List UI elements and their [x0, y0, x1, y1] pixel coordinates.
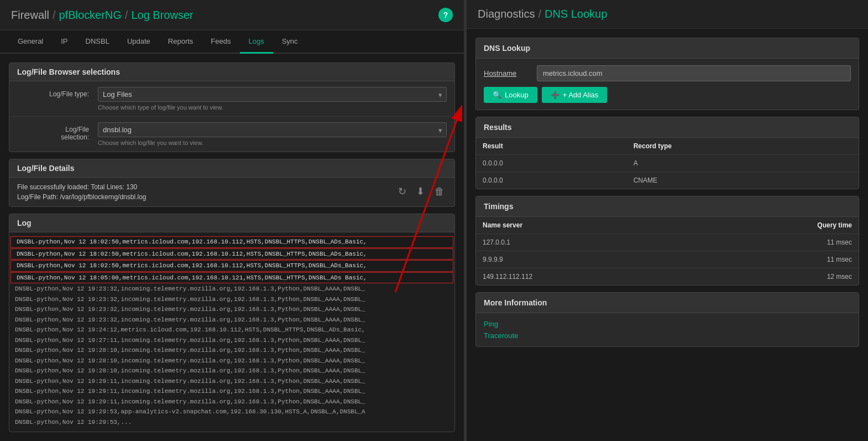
- more-info-link[interactable]: Traceroute: [484, 331, 851, 340]
- timings-header: Timings: [476, 196, 859, 217]
- log-selection-hint: Choose which log/file you want to view.: [98, 139, 447, 146]
- results-col-type: Record type: [627, 138, 859, 155]
- log-selection-label: Log/File selection:: [17, 122, 89, 141]
- more-info-section: More Information PingTraceroute: [475, 292, 859, 347]
- log-line: DNSBL-python,Nov 12 19:29:53,...: [9, 417, 454, 428]
- tab-reports[interactable]: Reports: [159, 30, 202, 54]
- log-browser-section: Log/File Browser selections Log/File typ…: [9, 63, 455, 152]
- results-col-result: Result: [476, 138, 627, 155]
- breadcrumb-pfblockerng[interactable]: pfBlockerNG: [59, 9, 121, 22]
- right-content: DNS Lookup Hostname 🔍 Lookup ➕ + Add Ali…: [467, 29, 868, 356]
- add-alias-button[interactable]: ➕ + Add Alias: [542, 87, 608, 103]
- log-selection-select[interactable]: dnsbl.log: [98, 122, 447, 137]
- log-line: DNSBL-python,Nov 12 19:29:53,app-analyti…: [9, 407, 454, 417]
- table-row: 149.112.112.11212 msec: [476, 268, 859, 286]
- table-row: 0.0.0.0CNAME: [476, 172, 859, 189]
- right-breadcrumb-bar: Diagnostics / DNS Lookup: [467, 0, 868, 29]
- right-breadcrumb-diagnostics[interactable]: Diagnostics: [478, 8, 535, 20]
- tab-sync[interactable]: Sync: [273, 30, 307, 54]
- table-row: 127.0.0.111 msec: [476, 234, 859, 251]
- tab-update[interactable]: Update: [118, 30, 159, 54]
- breadcrumb-sep1: /: [53, 9, 56, 22]
- tab-ip[interactable]: IP: [52, 30, 76, 54]
- help-icon[interactable]: ?: [438, 8, 453, 22]
- hostname-label: Hostname: [484, 69, 528, 77]
- file-actions: ↻ ⬇ 🗑: [396, 183, 447, 200]
- log-selection-row: Log/File selection: dnsbl.log Choose whi…: [9, 117, 454, 152]
- plus-icon: ➕: [551, 91, 560, 99]
- download-button[interactable]: ⬇: [414, 183, 427, 200]
- log-line: DNSBL-python,Nov 12 18:02:50,metrics.icl…: [11, 236, 453, 248]
- more-info-link[interactable]: Ping: [484, 320, 851, 328]
- left-breadcrumb-bar: Firewall / pfBlockerNG / Log Browser ?: [0, 0, 464, 30]
- log-type-select[interactable]: Log Files: [98, 87, 447, 102]
- right-panel: Diagnostics / DNS Lookup DNS Lookup Host…: [467, 0, 868, 441]
- log-type-row: Log/File type: Log Files Choose which ty…: [9, 81, 454, 117]
- refresh-button[interactable]: ↻: [396, 183, 409, 200]
- server-name: 149.112.112.112: [476, 268, 693, 286]
- breadcrumb-firewall[interactable]: Firewall: [11, 9, 49, 22]
- file-details-section: Log/File Details File successfully loade…: [9, 159, 455, 207]
- log-line: DNSBL-python,Nov 12 19:23:32,incoming.te…: [9, 284, 454, 294]
- file-info: File successfully loaded: Total Lines: 1…: [17, 183, 146, 201]
- server-name: 127.0.0.1: [476, 234, 693, 251]
- log-line: DNSBL-python,Nov 12 19:29:11,incoming.te…: [9, 397, 454, 407]
- timings-col-server: Name server: [476, 217, 693, 234]
- breadcrumb-sep2: /: [125, 9, 128, 22]
- log-content[interactable]: DNSBL-python,Nov 12 18:02:50,metrics.icl…: [9, 232, 454, 432]
- query-time: 11 msec: [693, 234, 859, 251]
- log-line: DNSBL-python,Nov 12 19:23:32,incoming.te…: [9, 315, 454, 325]
- log-line: DNSBL-python,Nov 12 19:23:32,incoming.te…: [9, 294, 454, 305]
- log-line: DNSBL-python,Nov 12 19:28:10,incoming.te…: [9, 366, 454, 376]
- file-status-line: File successfully loaded: Total Lines: 1…: [17, 183, 146, 191]
- log-type-hint: Choose which type of log/file you want t…: [98, 104, 447, 111]
- right-breadcrumb-current: DNS Lookup: [545, 8, 607, 20]
- log-section: Log DNSBL-python,Nov 12 18:02:50,metrics…: [9, 214, 455, 432]
- dns-lookup-body: Hostname 🔍 Lookup ➕ + Add Alias: [476, 59, 859, 110]
- results-section: Results Result Record type 0.0.0.0A0.0.0…: [475, 117, 859, 189]
- search-icon: 🔍: [493, 91, 501, 99]
- right-breadcrumb-sep: /: [538, 8, 541, 20]
- breadcrumb-current: Log Browser: [131, 9, 193, 22]
- dns-lookup-header: DNS Lookup: [476, 38, 859, 59]
- left-content: Log/File Browser selections Log/File typ…: [0, 54, 464, 441]
- tab-general[interactable]: General: [9, 30, 52, 54]
- log-line: DNSBL-python,Nov 12 19:24:12,metrics.icl…: [9, 325, 454, 335]
- log-line: DNSBL-python,Nov 12 18:02:50,metrics.icl…: [11, 248, 453, 260]
- log-line: DNSBL-python,Nov 12 19:28:10,incoming.te…: [9, 356, 454, 366]
- tab-logs[interactable]: Logs: [240, 30, 273, 54]
- log-type-control: Log Files Choose which type of log/file …: [98, 87, 447, 111]
- log-line: DNSBL-python,Nov 12 19:28:10,incoming.te…: [9, 345, 454, 356]
- log-browser-header: Log/File Browser selections: [9, 63, 454, 81]
- table-row: 9.9.9.911 msec: [476, 251, 859, 268]
- dns-lookup-section: DNS Lookup Hostname 🔍 Lookup ➕ + Add Ali…: [475, 38, 859, 110]
- log-line: DNSBL-python,Nov 12 18:02:50,metrics.icl…: [11, 260, 453, 272]
- breadcrumb: Firewall / pfBlockerNG / Log Browser: [11, 9, 194, 22]
- log-section-header: Log: [9, 214, 454, 232]
- table-row: 0.0.0.0A: [476, 155, 859, 172]
- lookup-button[interactable]: 🔍 Lookup: [484, 87, 537, 103]
- more-info-header: More Information: [476, 293, 859, 313]
- more-info-links: PingTraceroute: [476, 313, 859, 346]
- results-table: Result Record type 0.0.0.0A0.0.0.0CNAME: [476, 138, 859, 189]
- log-line: DNSBL-python,Nov 12 19:29:11,incoming.te…: [9, 386, 454, 397]
- file-details-header: Log/File Details: [9, 159, 454, 178]
- hostname-input[interactable]: [537, 65, 851, 81]
- record-type-value: A: [627, 155, 859, 172]
- log-type-label: Log/File type:: [17, 87, 89, 98]
- query-time: 12 msec: [693, 268, 859, 286]
- tab-dnsbl[interactable]: DNSBL: [77, 30, 118, 54]
- dns-buttons: 🔍 Lookup ➕ + Add Alias: [484, 87, 851, 103]
- log-line: DNSBL-python,Nov 12 19:23:32,incoming.te…: [9, 304, 454, 315]
- log-line: DNSBL-python,Nov 12 19:29:11,incoming.te…: [9, 376, 454, 387]
- result-value: 0.0.0.0: [476, 172, 627, 189]
- tab-feeds[interactable]: Feeds: [202, 30, 239, 54]
- log-line: DNSBL-python,Nov 12 19:27:11,incoming.te…: [9, 335, 454, 346]
- log-line: DNSBL-python,Nov 12 18:05:00,metrics.icl…: [11, 272, 453, 284]
- query-time: 11 msec: [693, 251, 859, 268]
- hostname-row: Hostname: [484, 65, 851, 81]
- timings-section: Timings Name server Query time 127.0.0.1…: [475, 196, 859, 286]
- record-type-value: CNAME: [627, 172, 859, 189]
- delete-button[interactable]: 🗑: [432, 184, 447, 200]
- results-header: Results: [476, 117, 859, 138]
